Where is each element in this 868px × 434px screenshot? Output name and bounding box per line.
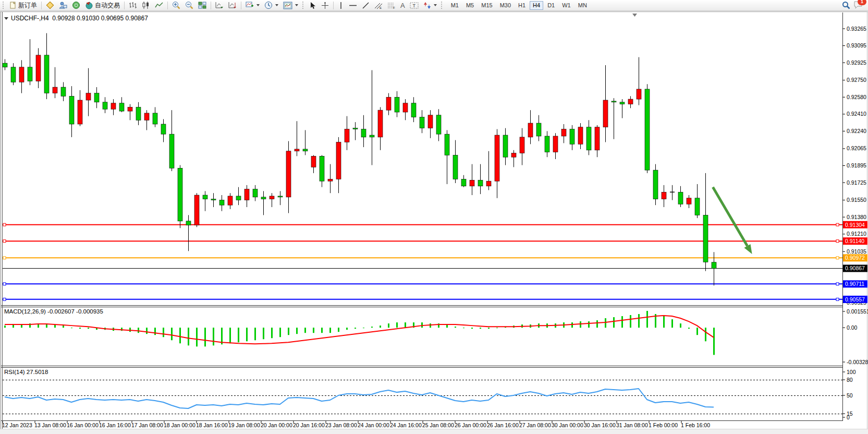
- candle-body: [570, 129, 574, 144]
- market-watch-button[interactable]: [57, 1, 69, 10]
- toolbar-grip[interactable]: [302, 2, 305, 9]
- new-chart-button[interactable]: [243, 1, 262, 10]
- macd-bar: [471, 328, 473, 329]
- templates-button[interactable]: [281, 1, 300, 10]
- auto-scroll-button[interactable]: [213, 1, 226, 10]
- zoom-in-button[interactable]: [170, 1, 182, 10]
- periods-button[interactable]: [262, 1, 280, 10]
- macd-bar: [63, 326, 64, 328]
- timeframe-button-MN[interactable]: MN: [575, 1, 590, 10]
- toolbar-grip[interactable]: [3, 2, 5, 9]
- time-label: 18 Jan 00:00: [164, 422, 195, 428]
- timeframe-button-W1[interactable]: W1: [559, 1, 574, 10]
- timeframe-button-D1[interactable]: D1: [544, 1, 558, 10]
- timeframe-button-M1[interactable]: M1: [448, 1, 462, 10]
- hline-handle[interactable]: [836, 283, 839, 285]
- macd-bar: [488, 328, 490, 329]
- price-tick-label: 0.92410: [847, 111, 866, 117]
- bar-chart-icon: [129, 2, 137, 9]
- timeframe-button-M30[interactable]: M30: [497, 1, 514, 10]
- new-order-button[interactable]: 新订单: [7, 1, 39, 10]
- candle-body: [270, 196, 274, 199]
- line-chart-mode-button[interactable]: [153, 1, 165, 10]
- macd-bar: [396, 322, 398, 328]
- toolbar-separator: [211, 2, 211, 9]
- hline-handle[interactable]: [3, 240, 6, 243]
- symbol-dropdown-icon[interactable]: [4, 17, 8, 20]
- hline-handle[interactable]: [836, 257, 839, 259]
- fibonacci-tool-button[interactable]: F: [385, 1, 398, 10]
- trend-arrow-line[interactable]: [713, 187, 747, 246]
- hline-handle[interactable]: [3, 283, 6, 285]
- candle-body: [662, 192, 666, 199]
- hline-handle[interactable]: [836, 240, 839, 243]
- autotrading-label: 自动交易: [95, 1, 120, 10]
- cursor-tool-button[interactable]: [307, 1, 319, 10]
- candle-body: [228, 196, 233, 205]
- chart-shift-button[interactable]: [226, 1, 239, 10]
- hline-handle[interactable]: [3, 298, 6, 300]
- candle-body: [69, 96, 74, 124]
- text-tool-button[interactable]: A: [398, 1, 407, 10]
- signals-button[interactable]: [70, 1, 82, 10]
- horizontal-line-objects[interactable]: [3, 223, 842, 300]
- text-label-tool-button[interactable]: T: [408, 1, 421, 10]
- toolbar-separator: [41, 2, 42, 9]
- equidistant-channel-tool-button[interactable]: E: [372, 1, 385, 10]
- hline-handle[interactable]: [836, 223, 839, 226]
- bar-chart-mode-button[interactable]: [127, 1, 139, 10]
- macd-bar: [271, 328, 273, 338]
- hline-handle[interactable]: [836, 298, 839, 300]
- macd-bar: [380, 326, 381, 328]
- arrow-annotation[interactable]: [713, 187, 752, 254]
- chart-shift-marker[interactable]: [632, 14, 637, 17]
- timeframe-button-M5[interactable]: M5: [463, 1, 477, 10]
- trendline-tool-button[interactable]: [360, 1, 372, 10]
- autotrading-button[interactable]: 自动交易: [83, 1, 122, 10]
- candle-body: [653, 170, 658, 199]
- notifications-button[interactable]: 1: [853, 1, 863, 10]
- crosshair-tool-button[interactable]: [319, 1, 331, 10]
- candle-body: [612, 101, 616, 102]
- time-label: 13 Jan 08:00: [34, 422, 66, 428]
- macd-bar: [213, 328, 214, 345]
- candle-body: [678, 192, 683, 204]
- timeframe-button-M15[interactable]: M15: [478, 1, 495, 10]
- candle-body: [178, 168, 182, 221]
- vertical-line-tool-button[interactable]: [336, 1, 346, 10]
- metaeditor-button[interactable]: [44, 1, 56, 10]
- macd-bar: [588, 321, 590, 328]
- arrows-tool-button[interactable]: [421, 1, 439, 10]
- candlestick-mode-button[interactable]: [140, 1, 152, 10]
- price-tick-label: 0.92580: [847, 94, 866, 100]
- candle-body: [478, 180, 483, 186]
- macd-bar: [338, 328, 339, 332]
- toolbar-grip[interactable]: [441, 2, 444, 9]
- hline-handle[interactable]: [3, 257, 6, 259]
- candle-body: [687, 198, 691, 204]
- candle-body: [136, 107, 141, 120]
- candle-body: [119, 103, 124, 111]
- candle-body: [553, 136, 558, 152]
- price-tick-label: 0.91380: [847, 214, 866, 220]
- zoom-out-button[interactable]: [183, 1, 195, 10]
- timeframe-button-H4[interactable]: H4: [530, 1, 543, 10]
- macd-bar: [613, 317, 615, 328]
- candle-body: [545, 136, 549, 152]
- candle-body: [236, 196, 241, 200]
- candle-body: [453, 155, 458, 179]
- horizontal-line-tool-button[interactable]: [347, 1, 359, 10]
- candle-body: [144, 113, 149, 120]
- candle-body: [503, 135, 508, 157]
- macd-bar: [163, 328, 164, 337]
- hline-handle[interactable]: [3, 223, 6, 226]
- macd-bar: [713, 328, 715, 355]
- chart-canvas[interactable]: 0.932650.930950.929250.927500.925800.924…: [0, 0, 868, 434]
- price-tick-label: 0.93265: [847, 26, 866, 32]
- time-label: 31 Jan 08:00: [616, 422, 648, 428]
- tile-windows-button[interactable]: [196, 1, 209, 10]
- timeframe-button-H1[interactable]: H1: [515, 1, 529, 10]
- macd-bar: [254, 328, 256, 340]
- search-icon[interactable]: [842, 1, 850, 9]
- candle-body: [511, 153, 516, 158]
